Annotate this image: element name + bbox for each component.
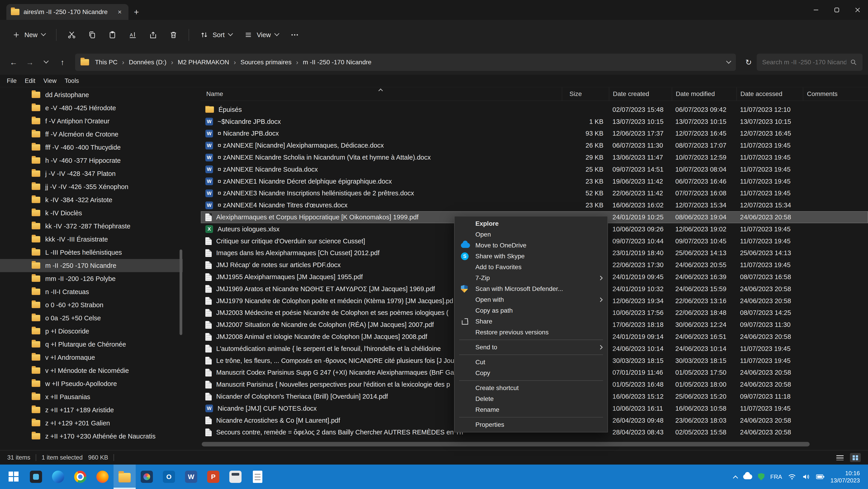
menubar-item-file[interactable]: File — [3, 76, 21, 86]
sidebar-item[interactable]: q +I Plutarque de Chéronée — [0, 338, 183, 351]
file-row[interactable]: ¤ zANNEXE Nicandre Scholia in Nicandrum … — [201, 151, 868, 164]
task-view-button[interactable] — [25, 465, 47, 489]
view-button[interactable]: View — [239, 27, 283, 43]
share-button[interactable] — [144, 27, 162, 43]
menubar-item-tools[interactable]: Tools — [61, 76, 83, 86]
clock[interactable]: 10:16 13/07/2023 — [831, 469, 860, 484]
sidebar-item[interactable]: fff -V -460 -400 Thucydide — [0, 141, 183, 154]
address-dropdown-button[interactable] — [727, 59, 731, 66]
details-view-button[interactable] — [835, 453, 845, 462]
sort-button[interactable]: Sort — [195, 27, 237, 43]
edge-button[interactable] — [47, 465, 69, 489]
sidebar-item[interactable]: v +I Ménodote de Nicomédie — [0, 364, 183, 377]
menu-item-open[interactable]: Open — [455, 229, 608, 240]
file-explorer-button[interactable] — [114, 465, 136, 489]
security-shield-icon[interactable] — [758, 473, 765, 480]
menu-item-rename[interactable]: Rename — [455, 404, 608, 415]
menu-item-cut[interactable]: Cut — [455, 357, 608, 368]
menu-item-share[interactable]: Share — [455, 316, 608, 327]
calculator-button[interactable] — [224, 465, 247, 489]
menu-item-restore-previous-versions[interactable]: Restore previous versions — [455, 327, 608, 338]
language-indicator[interactable]: FRA — [770, 473, 782, 480]
file-row[interactable]: ¤ zANNEXE [Nicandre] Alexipharmaques, Dé… — [201, 140, 868, 151]
breadcrumb-segment[interactable]: Sources primaires — [237, 57, 295, 68]
paste-button[interactable] — [103, 27, 122, 43]
start-button[interactable] — [3, 465, 25, 489]
sidebar-item[interactable]: j -V -IV -428 -347 Platon — [0, 167, 183, 180]
file-row[interactable]: ~$Nicandre JPB.docx1 KB13/07/2023 10:151… — [201, 116, 868, 128]
file-row[interactable]: ¤ zANNEXE4 Nicandre Titres d'œuvres.docx… — [201, 199, 868, 211]
sidebar-item[interactable]: f -V Antiphon l'Orateur — [0, 115, 183, 128]
sidebar-item[interactable]: kkk -IV -III Érasistrate — [0, 233, 183, 246]
close-button[interactable] — [847, 0, 868, 20]
sidebar-item[interactable]: e -V -480 -425 Hérodote — [0, 102, 183, 115]
up-button[interactable]: ↑ — [54, 54, 70, 70]
file-row[interactable]: Épuisés02/07/2023 15:4806/07/2023 09:421… — [201, 104, 868, 116]
wifi-icon[interactable] — [788, 473, 796, 480]
column-header-comments[interactable]: Comments — [803, 87, 868, 100]
sidebar-item[interactable]: z +II +117 +189 Aristide — [0, 403, 183, 416]
rename-button[interactable]: A — [123, 27, 142, 43]
delete-button[interactable] — [164, 27, 183, 43]
cut-button[interactable] — [62, 27, 81, 43]
column-header-date-created[interactable]: Date created — [609, 87, 672, 100]
breadcrumb-segment[interactable]: m -II -250 -170 Nicandre — [300, 57, 374, 68]
sidebar-item[interactable]: L -III Poètes hellénistiques — [0, 246, 183, 259]
menu-item-scan-with-microsoft-defender[interactable]: Scan with Microsoft Defender... — [455, 283, 608, 294]
file-row[interactable]: ¤ zANNEXE1 Nicandre Décret delphique épi… — [201, 175, 868, 188]
onedrive-tray-icon[interactable] — [743, 474, 752, 479]
menu-item-add-to-favorites[interactable]: Add to Favorites — [455, 262, 608, 272]
new-button[interactable]: New — [7, 27, 50, 43]
sidebar-item[interactable]: p +I Dioscoride — [0, 325, 183, 338]
sidebar-item[interactable]: k -IV -384 -322 Aristote — [0, 193, 183, 206]
sidebar-item[interactable]: ff -V Alcméon de Crotone — [0, 128, 183, 141]
volume-icon[interactable] — [802, 473, 810, 480]
sidebar-item[interactable]: jj -V -IV -426 -355 Xénophon — [0, 180, 183, 193]
sidebar-item[interactable]: mm -II -200 -126 Polybe — [0, 272, 183, 285]
document-button[interactable] — [247, 465, 269, 489]
menu-item-send-to[interactable]: Send to — [455, 342, 608, 353]
sidebar-item[interactable]: k -IV Dioclès — [0, 206, 183, 220]
menu-item-share-with-skype[interactable]: Share with Skype — [455, 251, 608, 262]
column-header-date-accessed[interactable]: Date accessed — [736, 87, 803, 100]
menubar-item-view[interactable]: View — [39, 76, 61, 86]
sidebar-item[interactable]: o 0a -25 +50 Celse — [0, 312, 183, 325]
refresh-button[interactable]: ↻ — [740, 54, 757, 70]
sidebar-item[interactable]: n -II-I Crateuas — [0, 285, 183, 298]
word-button[interactable] — [180, 465, 202, 489]
copy-button[interactable] — [83, 27, 101, 43]
photos-button[interactable] — [136, 465, 158, 489]
minimize-button[interactable] — [806, 0, 827, 20]
maximize-button[interactable] — [827, 0, 847, 20]
sidebar-item[interactable]: w +II Pseudo-Apollodore — [0, 377, 183, 390]
sidebar-item[interactable]: z +II +170 +230 Athénée de Naucratis — [0, 430, 183, 443]
new-tab-button[interactable]: + — [134, 8, 139, 16]
battery-icon[interactable] — [816, 473, 825, 480]
sidebar-item[interactable]: h -V -460 -377 Hippocrate — [0, 154, 183, 167]
menu-item-delete[interactable]: Delete — [455, 394, 608, 404]
file-row[interactable]: ¤ zANNEXE3 Nicandre Inscriptions helléni… — [201, 188, 868, 199]
tray-expand-icon[interactable] — [733, 476, 738, 481]
sidebar-item[interactable]: z +I +129 +201 Galien — [0, 416, 183, 430]
menu-item-copy[interactable]: Copy — [455, 368, 608, 378]
firefox-button[interactable] — [91, 465, 114, 489]
sidebar-item[interactable]: m -II -250 -170 Nicandre — [0, 259, 183, 272]
tab-close-icon[interactable]: × — [115, 8, 124, 16]
menu-item-create-shortcut[interactable]: Create shortcut — [455, 382, 608, 394]
explorer-tab[interactable]: aires\m -II -250 -170 Nicandre × — [6, 4, 128, 20]
sidebar-item[interactable]: dd Aristophane — [0, 88, 183, 102]
sidebar-scrollbar[interactable] — [180, 250, 182, 335]
menu-item-7-zip[interactable]: 7-Zip — [455, 272, 608, 283]
sidebar-item[interactable]: v +I Andromaque — [0, 351, 183, 364]
breadcrumb-bar[interactable]: This PC›Données (D:)›M2 PHARMAKON›Source… — [75, 54, 736, 71]
menu-item-properties[interactable]: Properties — [455, 419, 608, 430]
scrollbar-thumb[interactable] — [202, 442, 810, 447]
menubar-item-edit[interactable]: Edit — [21, 76, 39, 86]
large-icons-view-button[interactable] — [850, 453, 861, 462]
search-box[interactable] — [757, 54, 863, 71]
menu-item-open-with[interactable]: Open with — [455, 294, 608, 305]
powerpoint-button[interactable] — [202, 465, 224, 489]
breadcrumb-segment[interactable]: M2 PHARMAKON — [175, 57, 232, 68]
menu-item-copy-as-path[interactable]: Copy as path — [455, 305, 608, 316]
file-row[interactable]: ¤ Nicandre JPB.docx93 KB12/06/2023 17:37… — [201, 128, 868, 140]
